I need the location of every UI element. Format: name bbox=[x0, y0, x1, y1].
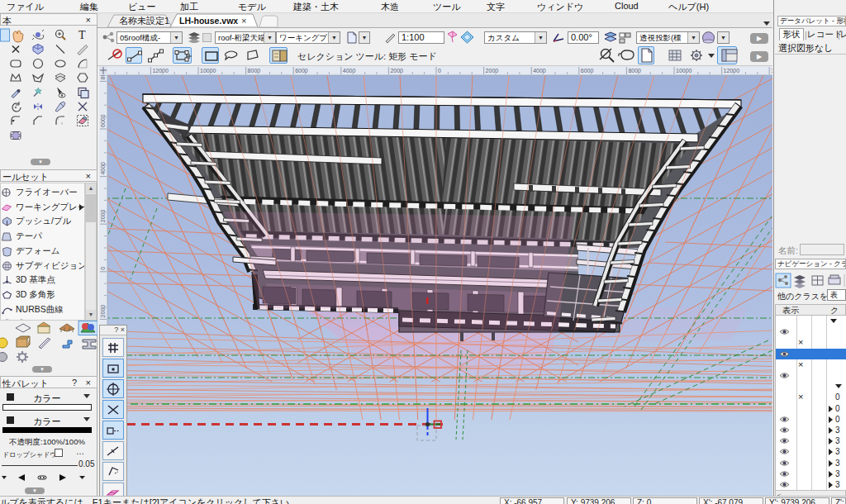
svg-text:0: 0 bbox=[438, 68, 441, 74]
svg-text:4000: 4000 bbox=[100, 162, 106, 175]
svg-text:8000: 8000 bbox=[628, 68, 641, 74]
svg-text:8000: 8000 bbox=[248, 68, 261, 74]
svg-text:6000: 6000 bbox=[295, 68, 308, 74]
svg-text:名称未設定1: 名称未設定1 bbox=[119, 16, 169, 26]
svg-text:2000: 2000 bbox=[100, 210, 106, 223]
svg-text:T: T bbox=[78, 29, 86, 41]
svg-text:10000: 10000 bbox=[200, 68, 216, 74]
svg-text:12000: 12000 bbox=[152, 68, 169, 74]
svg-text:2000: 2000 bbox=[390, 68, 403, 74]
svg-text:12000: 12000 bbox=[724, 68, 740, 74]
svg-text:4000: 4000 bbox=[343, 68, 356, 74]
svg-text:0: 0 bbox=[100, 267, 106, 270]
svg-text:6000: 6000 bbox=[100, 114, 106, 127]
svg-text:14000: 14000 bbox=[771, 68, 772, 74]
svg-text:2000: 2000 bbox=[100, 305, 106, 318]
svg-text:LH-house.vwx: LH-house.vwx bbox=[179, 16, 238, 26]
svg-text:4000: 4000 bbox=[533, 68, 546, 74]
svg-text:×: × bbox=[241, 16, 246, 26]
svg-text:10000: 10000 bbox=[676, 68, 692, 74]
svg-text:6000: 6000 bbox=[581, 68, 594, 74]
svg-text:2000: 2000 bbox=[486, 68, 499, 74]
